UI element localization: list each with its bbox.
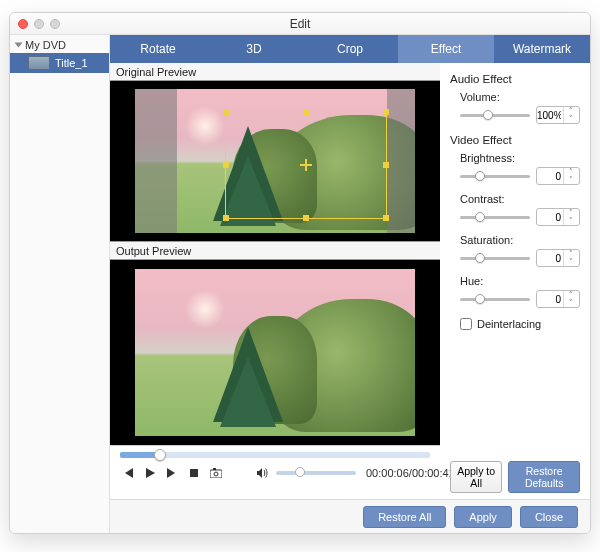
svg-rect-0 <box>190 469 198 477</box>
original-preview[interactable] <box>110 81 440 241</box>
step-up-icon[interactable]: ˄ <box>564 107 577 115</box>
footer: Restore All Apply Close <box>110 499 590 533</box>
video-effect-title: Video Effect <box>450 134 580 146</box>
close-button[interactable]: Close <box>520 506 578 528</box>
preview-column: Original Preview <box>110 63 440 499</box>
seek-slider[interactable] <box>120 452 430 458</box>
play-button[interactable] <box>142 466 158 480</box>
snapshot-button[interactable] <box>208 466 224 480</box>
crop-handle[interactable] <box>303 215 309 221</box>
playback-controls: 00:00:06/00:00:41 <box>110 445 440 499</box>
contrast-slider[interactable] <box>460 216 530 219</box>
tree-item-title-1[interactable]: Title_1 <box>10 53 109 73</box>
output-preview-label: Output Preview <box>110 242 440 260</box>
slider-knob[interactable] <box>475 294 485 304</box>
slider-knob[interactable] <box>475 171 485 181</box>
step-up-icon[interactable]: ˄ <box>564 291 577 299</box>
sidebar: My DVD Title_1 <box>10 35 110 533</box>
tree-item-label: Title_1 <box>55 57 88 69</box>
volume-slider[interactable] <box>276 471 356 475</box>
crop-handle[interactable] <box>223 109 229 115</box>
crop-handle[interactable] <box>223 162 229 168</box>
main-area: Rotate 3D Crop Effect Watermark Original… <box>110 35 590 533</box>
svg-rect-3 <box>213 468 216 470</box>
brightness-input[interactable] <box>537 171 563 182</box>
tab-bar: Rotate 3D Crop Effect Watermark <box>110 35 590 63</box>
step-down-icon[interactable]: ˅ <box>564 217 577 225</box>
crop-handle[interactable] <box>383 215 389 221</box>
crop-handle[interactable] <box>383 109 389 115</box>
step-up-icon[interactable]: ˄ <box>564 168 577 176</box>
svg-point-2 <box>214 472 218 476</box>
tab-crop[interactable]: Crop <box>302 35 398 63</box>
tab-3d[interactable]: 3D <box>206 35 302 63</box>
volume-icon[interactable] <box>254 466 270 480</box>
step-up-icon[interactable]: ˄ <box>564 250 577 258</box>
restore-defaults-button[interactable]: Restore Defaults <box>508 461 580 493</box>
step-down-icon[interactable]: ˅ <box>564 299 577 307</box>
svg-rect-1 <box>210 470 222 478</box>
hue-slider[interactable] <box>460 298 530 301</box>
crop-handle[interactable] <box>223 215 229 221</box>
slider-knob[interactable] <box>475 253 485 263</box>
tab-watermark[interactable]: Watermark <box>494 35 590 63</box>
window-body: My DVD Title_1 Rotate 3D Crop Effect Wat… <box>10 35 590 533</box>
brightness-label: Brightness: <box>450 152 580 164</box>
apply-button[interactable]: Apply <box>454 506 512 528</box>
edit-window: Edit My DVD Title_1 Rotate 3D Crop Effec… <box>9 12 591 534</box>
seek-knob[interactable] <box>154 449 166 461</box>
crop-selection[interactable] <box>225 111 388 219</box>
step-down-icon[interactable]: ˅ <box>564 176 577 184</box>
step-up-icon[interactable]: ˄ <box>564 209 577 217</box>
next-button[interactable] <box>164 466 180 480</box>
stop-button[interactable] <box>186 466 202 480</box>
saturation-slider[interactable] <box>460 257 530 260</box>
contrast-input[interactable] <box>537 212 563 223</box>
brightness-slider[interactable] <box>460 175 530 178</box>
volume-knob[interactable] <box>295 467 305 477</box>
contrast-spinner[interactable]: ˄˅ <box>536 208 580 226</box>
original-preview-image <box>135 89 416 233</box>
slider-knob[interactable] <box>475 212 485 222</box>
original-preview-label: Original Preview <box>110 63 440 81</box>
hue-input[interactable] <box>537 294 563 305</box>
titlebar: Edit <box>10 13 590 35</box>
step-down-icon[interactable]: ˅ <box>564 115 577 123</box>
saturation-spinner[interactable]: ˄˅ <box>536 249 580 267</box>
deinterlacing-label: Deinterlacing <box>477 318 541 330</box>
volume-effect-slider[interactable] <box>460 114 530 117</box>
saturation-input[interactable] <box>537 253 563 264</box>
apply-to-all-button[interactable]: Apply to All <box>450 461 502 493</box>
slider-knob[interactable] <box>483 110 493 120</box>
crosshair-icon <box>300 159 312 171</box>
volume-label: Volume: <box>450 91 580 103</box>
output-preview-image <box>135 269 416 436</box>
output-preview[interactable] <box>110 260 440 445</box>
tab-rotate[interactable]: Rotate <box>110 35 206 63</box>
tree-root-label: My DVD <box>25 39 66 51</box>
crop-handle[interactable] <box>383 162 389 168</box>
brightness-spinner[interactable]: ˄˅ <box>536 167 580 185</box>
hue-label: Hue: <box>450 275 580 287</box>
content-row: Original Preview <box>110 63 590 499</box>
volume-input[interactable] <box>537 110 563 121</box>
deinterlacing-row[interactable]: Deinterlacing <box>450 318 580 330</box>
tab-effect[interactable]: Effect <box>398 35 494 63</box>
hue-spinner[interactable]: ˄˅ <box>536 290 580 308</box>
crop-handle[interactable] <box>303 109 309 115</box>
effect-panel: Audio Effect Volume: ˄˅ Video Effect <box>440 63 590 499</box>
thumbnail-icon <box>28 56 50 70</box>
tree-root[interactable]: My DVD <box>10 35 109 53</box>
disclosure-triangle-icon[interactable] <box>15 43 23 48</box>
restore-all-button[interactable]: Restore All <box>363 506 446 528</box>
saturation-label: Saturation: <box>450 234 580 246</box>
prev-button[interactable] <box>120 466 136 480</box>
audio-effect-title: Audio Effect <box>450 73 580 85</box>
volume-spinner[interactable]: ˄˅ <box>536 106 580 124</box>
contrast-label: Contrast: <box>450 193 580 205</box>
deinterlacing-checkbox[interactable] <box>460 318 472 330</box>
step-down-icon[interactable]: ˅ <box>564 258 577 266</box>
window-title: Edit <box>10 17 590 31</box>
